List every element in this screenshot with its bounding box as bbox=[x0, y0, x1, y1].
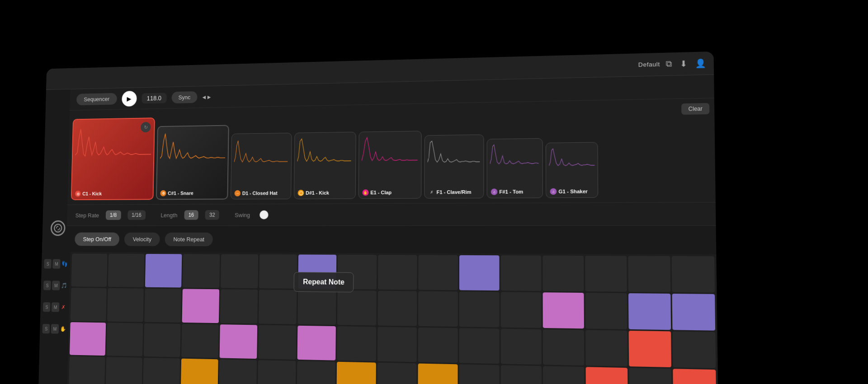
cell-4-1[interactable] bbox=[69, 356, 105, 384]
cell-3-7[interactable] bbox=[297, 325, 336, 361]
cell-3-11[interactable] bbox=[459, 328, 499, 364]
track-card-shaker[interactable]: ♫ G1 - Shaker bbox=[546, 142, 598, 198]
cell-3-4[interactable] bbox=[181, 323, 219, 358]
mute-2[interactable]: M bbox=[52, 281, 60, 290]
cell-1-7[interactable] bbox=[298, 254, 337, 289]
cell-1-8[interactable] bbox=[338, 255, 377, 290]
cell-3-8[interactable] bbox=[337, 326, 376, 361]
cell-1-9[interactable] bbox=[377, 255, 417, 290]
track-card-clap[interactable]: ✋ E1 - Clap bbox=[359, 131, 422, 199]
cell-2-5[interactable] bbox=[220, 289, 258, 323]
cell-2-14[interactable] bbox=[585, 293, 627, 329]
cell-4-15[interactable] bbox=[629, 368, 672, 384]
track-card-dhkick[interactable]: ◯ D#1 - Kick bbox=[294, 132, 356, 199]
track-card-closedhat[interactable]: ↔ D1 - Closed Hat bbox=[231, 133, 292, 200]
cell-4-7[interactable] bbox=[297, 361, 336, 384]
cell-3-5[interactable] bbox=[220, 324, 258, 359]
track-card-clave[interactable]: ✗ F1 - Clave/Rim bbox=[424, 135, 484, 199]
clear-button[interactable]: Clear bbox=[681, 103, 709, 115]
step-rate-1-16[interactable]: 1/16 bbox=[127, 210, 146, 220]
mute-1[interactable]: M bbox=[53, 259, 61, 269]
cell-1-10[interactable] bbox=[418, 255, 458, 290]
cell-1-6[interactable] bbox=[259, 254, 297, 289]
track-mini-icon-2: 🎵 bbox=[61, 281, 67, 289]
cell-4-11[interactable] bbox=[459, 365, 499, 384]
cell-1-12[interactable] bbox=[500, 255, 541, 291]
solo-2[interactable]: S bbox=[43, 281, 51, 290]
mute-3[interactable]: M bbox=[52, 302, 59, 312]
solo-3[interactable]: S bbox=[43, 302, 51, 312]
cell-4-5[interactable] bbox=[219, 360, 257, 384]
cell-2-1[interactable] bbox=[71, 288, 107, 321]
step-rate-label: Step Rate bbox=[75, 212, 99, 218]
step-rate-1-8[interactable]: 1/8 bbox=[106, 211, 121, 220]
cell-3-16[interactable] bbox=[672, 331, 716, 368]
solo-4[interactable]: S bbox=[42, 324, 50, 333]
sync-button[interactable]: Sync bbox=[171, 91, 197, 103]
cell-3-13[interactable] bbox=[543, 329, 585, 366]
cell-1-3[interactable] bbox=[145, 254, 182, 287]
cell-2-13[interactable] bbox=[542, 292, 584, 328]
cell-1-11[interactable] bbox=[459, 255, 500, 290]
cell-4-16[interactable] bbox=[673, 369, 716, 384]
cell-3-3[interactable] bbox=[144, 323, 181, 357]
play-button[interactable]: ▶ bbox=[122, 91, 137, 107]
cell-3-10[interactable] bbox=[418, 327, 458, 363]
cell-4-3[interactable] bbox=[143, 358, 180, 384]
cell-3-1[interactable] bbox=[70, 322, 106, 356]
cell-1-16[interactable] bbox=[672, 256, 715, 293]
cell-4-8[interactable] bbox=[337, 362, 376, 384]
cell-2-6[interactable] bbox=[259, 290, 297, 324]
cell-1-13[interactable] bbox=[542, 256, 584, 291]
solo-1[interactable]: S bbox=[44, 259, 52, 268]
sequencer-button[interactable]: Sequencer bbox=[76, 93, 117, 105]
cell-2-15[interactable] bbox=[628, 293, 671, 330]
cell-3-2[interactable] bbox=[106, 323, 143, 356]
bpm-display[interactable]: 118.0 bbox=[142, 93, 167, 103]
cell-2-8[interactable] bbox=[337, 290, 376, 325]
track-card-snare[interactable]: ⚙ C#1 - Snare bbox=[156, 125, 229, 200]
user-icon[interactable]: 👤 bbox=[695, 58, 706, 68]
copy-icon[interactable]: ⧉ bbox=[666, 59, 672, 69]
cell-3-6[interactable] bbox=[258, 325, 296, 360]
cell-2-9[interactable] bbox=[377, 290, 417, 326]
cell-4-14[interactable] bbox=[585, 367, 627, 384]
prev-arrow[interactable]: ◂ bbox=[202, 93, 206, 101]
cell-2-3[interactable] bbox=[144, 288, 181, 322]
cell-4-9[interactable] bbox=[377, 363, 416, 384]
length-16[interactable]: 16 bbox=[184, 210, 198, 220]
cell-2-4[interactable] bbox=[182, 289, 220, 323]
length-32[interactable]: 32 bbox=[205, 210, 219, 220]
cell-4-4[interactable] bbox=[181, 359, 218, 384]
cell-4-12[interactable] bbox=[500, 365, 541, 384]
cell-2-2[interactable] bbox=[107, 288, 144, 322]
cell-1-5[interactable] bbox=[221, 254, 258, 288]
cell-2-11[interactable] bbox=[459, 291, 499, 327]
cell-1-15[interactable] bbox=[628, 256, 670, 292]
cell-3-15[interactable] bbox=[629, 330, 671, 367]
cell-1-4[interactable] bbox=[183, 254, 220, 288]
cell-2-12[interactable] bbox=[500, 292, 541, 328]
cell-3-14[interactable] bbox=[585, 330, 627, 366]
cell-3-12[interactable] bbox=[500, 328, 541, 365]
cell-1-2[interactable] bbox=[108, 254, 145, 287]
mute-4[interactable]: M bbox=[51, 324, 59, 333]
cell-2-16[interactable] bbox=[672, 294, 715, 330]
cell-4-10[interactable] bbox=[418, 364, 458, 384]
cell-2-7[interactable] bbox=[298, 290, 336, 325]
cell-4-13[interactable] bbox=[543, 366, 585, 384]
track-card-kick[interactable]: ↻ ◎ C1 - Kick bbox=[71, 117, 155, 200]
cell-3-9[interactable] bbox=[377, 327, 416, 362]
cell-1-14[interactable] bbox=[585, 256, 627, 292]
mode-velocity[interactable]: Velocity bbox=[124, 232, 160, 246]
mode-step-on-off[interactable]: Step On/Off bbox=[75, 232, 119, 246]
next-arrow[interactable]: ▸ bbox=[207, 93, 211, 101]
cell-4-2[interactable] bbox=[106, 357, 142, 384]
track-label-shaker: ♫ G1 - Shaker bbox=[550, 188, 594, 195]
download-icon[interactable]: ⬇ bbox=[680, 58, 687, 69]
mode-note-repeat[interactable]: Note Repeat bbox=[165, 232, 213, 246]
cell-1-1[interactable] bbox=[71, 253, 108, 286]
cell-2-10[interactable] bbox=[418, 291, 458, 326]
track-card-tom[interactable]: ♫ F#1 - Tom bbox=[487, 138, 543, 198]
cell-4-6[interactable] bbox=[258, 360, 296, 384]
